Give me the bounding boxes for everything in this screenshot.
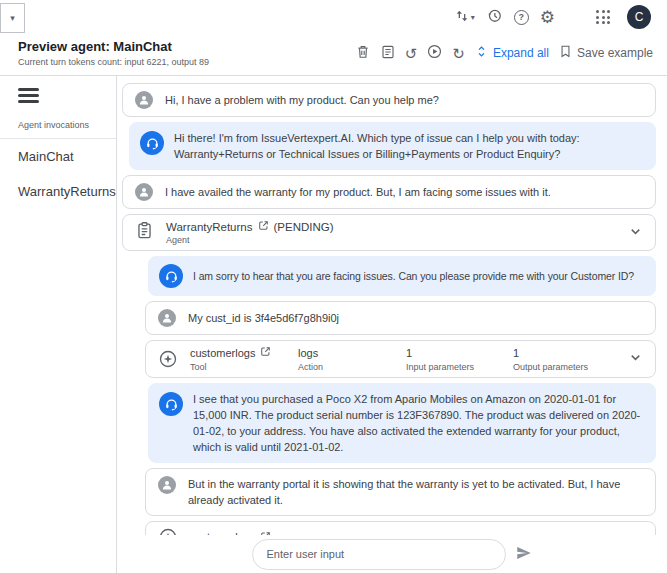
sidebar-section-label: Agent invocations [18, 120, 98, 130]
history-button[interactable] [486, 7, 503, 27]
top-actions: ▾ ? ⚙ C [454, 5, 667, 29]
settings-button[interactable]: ⚙ [540, 9, 555, 26]
user-message-card: Hi, I have a problem with my product. Ca… [122, 83, 656, 117]
tool-output-value: 1 [513, 347, 626, 359]
bookmark-icon [558, 44, 573, 62]
chevron-down-icon [628, 350, 643, 368]
tool-input-label: Input parameters [406, 362, 513, 372]
tool-call-card[interactable]: customerlogs Tool logs Action 1 Inpu [145, 340, 656, 378]
tool-title-row: customerlogs [190, 346, 298, 359]
expand-all-button[interactable]: Expand all [474, 44, 549, 62]
save-example-button[interactable]: Save example [558, 44, 653, 62]
play-button[interactable] [426, 43, 443, 63]
header-actions: ↺ ↻ Expand all Save example [355, 43, 653, 63]
help-button[interactable]: ? [514, 10, 529, 25]
invocation-title-row: WarrantyReturns (PENDING) [166, 220, 614, 233]
expand-all-label: Expand all [493, 46, 549, 60]
open-in-new-icon[interactable] [258, 220, 269, 233]
apps-grid-icon [596, 10, 610, 24]
tool-role: Tool [190, 362, 298, 372]
preview-header: Preview agent: MainChat Current turn tok… [0, 34, 667, 76]
message-text: Hi there! I'm from IssueVertexpert.AI. W… [174, 130, 645, 162]
tool-action-value: logs [298, 347, 406, 359]
user-person-icon [135, 91, 153, 109]
top-left-dropdown[interactable]: ▾ [0, 3, 25, 33]
expand-card-button[interactable] [626, 348, 645, 370]
chevron-down-icon: ▾ [471, 13, 475, 22]
agent-headset-icon [159, 392, 183, 416]
token-count-subtitle: Current turn tokens count: input 6221, o… [18, 57, 209, 67]
invocation-role: Agent [166, 235, 614, 245]
save-example-label: Save example [577, 46, 653, 60]
top-bar: ▾ ▾ ? ⚙ C [0, 0, 667, 34]
invocation-name: WarrantyReturns [166, 221, 253, 233]
clipboard-list-icon [380, 44, 396, 63]
invocations-sidebar: Agent invocations MainChat WarrantyRetur… [0, 76, 117, 573]
account-avatar[interactable]: C [627, 5, 651, 29]
agent-message-card: Hi there! I'm from IssueVertexpert.AI. W… [129, 122, 656, 170]
history-icon [486, 7, 503, 27]
app-window: ▾ ▾ ? ⚙ C [0, 0, 667, 573]
send-button[interactable] [515, 544, 533, 565]
help-icon: ? [514, 10, 529, 25]
swap-vert-icon [454, 8, 470, 27]
redo-icon: ↻ [452, 46, 465, 61]
message-text: My cust_id is 3f4e5d6f7g8h9i0j [188, 310, 643, 326]
user-message-card: My cust_id is 3f4e5d6f7g8h9i0j [145, 301, 656, 335]
tool-input-column: 1 Input parameters [406, 347, 513, 372]
hamburger-icon [18, 88, 39, 103]
unfold-more-icon [474, 44, 489, 62]
undo-icon: ↺ [405, 46, 418, 61]
tool-input-value: 1 [406, 347, 513, 359]
undo-button[interactable]: ↺ [405, 46, 418, 61]
user-person-icon [158, 476, 176, 494]
tool-action-label: Action [298, 362, 406, 372]
gear-icon: ⚙ [540, 9, 555, 26]
invocation-info: WarrantyReturns (PENDING) Agent [166, 220, 614, 245]
tool-name-column: customerlogs Tool [190, 346, 298, 372]
user-message-card: I have availed the warranty for my produ… [122, 175, 656, 209]
chevron-down-icon [628, 224, 643, 242]
user-person-icon [158, 309, 176, 327]
expand-card-button[interactable] [626, 222, 645, 244]
clipboard-icon [135, 221, 154, 244]
menu-button[interactable] [18, 88, 39, 107]
message-text: I am sorry to hear that you are facing i… [193, 268, 645, 284]
message-text: Hi, I have a problem with my product. Ca… [165, 92, 643, 108]
user-message-card: But in the warranty portal it is showing… [145, 468, 656, 516]
trash-icon [355, 44, 371, 63]
play-circle-icon [426, 43, 443, 63]
invocation-status: (PENDING) [274, 221, 334, 233]
user-person-icon [135, 183, 153, 201]
agent-message-card: I am sorry to hear that you are facing i… [148, 256, 656, 296]
transcript-button[interactable] [380, 44, 396, 63]
chat-panel: Hi, I have a problem with my product. Ca… [117, 76, 667, 573]
sidebar-item-mainchat[interactable]: MainChat [0, 139, 116, 174]
message-text: I see that you purchased a Poco X2 from … [193, 391, 645, 455]
message-text: I have availed the warranty for my produ… [165, 184, 643, 200]
user-input-field[interactable] [252, 539, 506, 570]
tool-icon [158, 349, 178, 369]
tool-output-column: 1 Output parameters [513, 347, 626, 372]
sidebar-item-warrantyreturns[interactable]: WarrantyReturns [0, 174, 116, 209]
sort-order-button[interactable]: ▾ [454, 8, 475, 27]
open-in-new-icon[interactable] [260, 346, 271, 359]
redo-button[interactable]: ↻ [452, 46, 465, 61]
message-list: Hi, I have a problem with my product. Ca… [117, 76, 667, 573]
tool-name: customerlogs [190, 347, 255, 359]
delete-conversation-button[interactable] [355, 44, 371, 63]
header-titles: Preview agent: MainChat Current turn tok… [18, 39, 209, 67]
tool-action-column: logs Action [298, 347, 406, 372]
agent-invocation-card[interactable]: WarrantyReturns (PENDING) Agent [122, 214, 656, 251]
message-text: But in the warranty portal it is showing… [188, 476, 643, 508]
chevron-down-icon: ▾ [10, 13, 15, 23]
apps-button[interactable] [566, 10, 610, 24]
agent-message-card: I see that you purchased a Poco X2 from … [148, 383, 656, 463]
content-area: Agent invocations MainChat WarrantyRetur… [0, 76, 667, 573]
composer-bar [117, 535, 667, 573]
tool-output-label: Output parameters [513, 362, 626, 372]
agent-headset-icon [159, 264, 183, 288]
page-title: Preview agent: MainChat [18, 39, 209, 54]
send-icon [515, 544, 533, 565]
agent-headset-icon [140, 131, 164, 155]
